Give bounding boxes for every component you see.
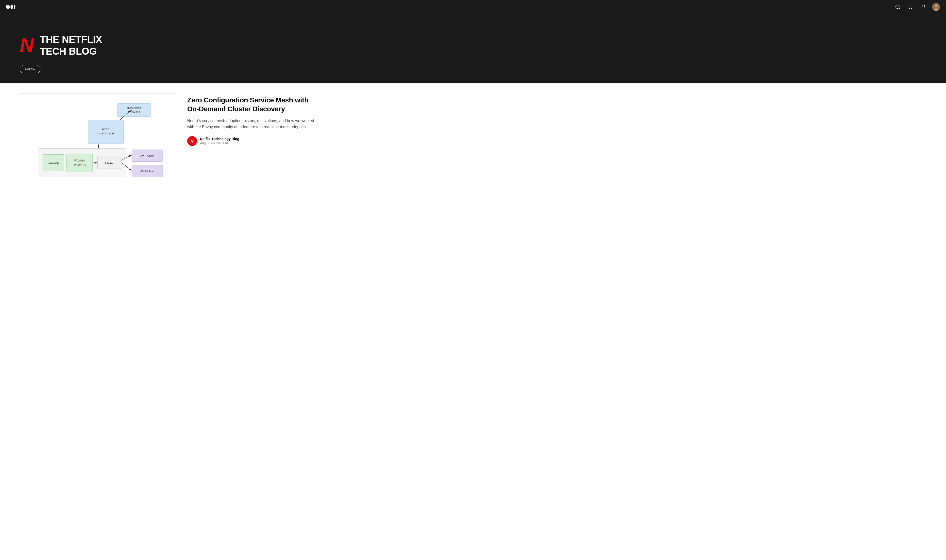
svg-text:for SVIP A: for SVIP A: [128, 111, 140, 114]
svg-rect-20: [66, 154, 93, 172]
svg-text:for SVIP A: for SVIP A: [73, 163, 86, 166]
svg-rect-8: [117, 103, 151, 117]
search-button[interactable]: [894, 3, 902, 11]
author-avatar-icon: N: [189, 138, 196, 145]
blog-title-line1: THE NETFLIX: [40, 34, 102, 45]
article-thumbnail[interactable]: cluster hosts for SVIP A Mesh control pl…: [20, 93, 177, 183]
svg-point-6: [935, 5, 938, 8]
author-row: N Netflix Technology Blog Aug 30 · 9 min…: [187, 136, 315, 146]
svg-point-2: [14, 5, 15, 9]
svg-point-0: [6, 5, 10, 9]
svg-text:IPC client: IPC client: [74, 159, 85, 162]
notification-button[interactable]: [920, 3, 927, 11]
content-area: cluster hosts for SVIP A Mesh control pl…: [0, 83, 946, 193]
author-meta: Netflix Technology Blog Aug 30 · 9 min r…: [200, 137, 239, 145]
svg-text:SVIP A host: SVIP A host: [140, 154, 154, 157]
bell-icon: [921, 4, 926, 9]
search-icon: [895, 4, 900, 9]
netflix-n-logo: N: [20, 35, 34, 55]
avatar-image: [932, 3, 940, 11]
bookmark-icon: [908, 4, 913, 9]
logo-area: [6, 4, 16, 10]
bookmark-button[interactable]: [907, 3, 915, 11]
architecture-diagram: cluster hosts for SVIP A Mesh control pl…: [25, 98, 172, 177]
svg-line-4: [899, 8, 900, 9]
medium-logo-icon: [6, 4, 16, 10]
svg-text:SVIP A host: SVIP A host: [140, 170, 154, 173]
hero-banner: N THE NETFLIX TECH BLOG Follow: [0, 14, 946, 83]
top-nav: [0, 0, 946, 14]
author-date: Aug 30 · 9 min read: [200, 141, 239, 145]
svg-text:control plane: control plane: [97, 132, 114, 135]
follow-button[interactable]: Follow: [20, 65, 40, 73]
blog-title: THE NETFLIX TECH BLOG: [40, 34, 102, 57]
article-subtitle: Netflix's service mesh adoption: history…: [187, 118, 315, 130]
author-avatar[interactable]: N: [187, 136, 197, 146]
article-info: Zero Configuration Service Mesh with On-…: [187, 93, 315, 146]
author-name[interactable]: Netflix Technology Blog: [200, 137, 239, 141]
user-avatar[interactable]: [932, 3, 940, 11]
nav-icons: [894, 3, 940, 11]
svg-text:Envoy: Envoy: [105, 162, 113, 165]
blog-header: N THE NETFLIX TECH BLOG: [20, 34, 926, 57]
svg-text:Mesh: Mesh: [102, 128, 109, 131]
svg-text:cluster hosts: cluster hosts: [127, 106, 141, 109]
svg-point-1: [10, 5, 13, 9]
article-card: cluster hosts for SVIP A Mesh control pl…: [20, 93, 315, 183]
article-title[interactable]: Zero Configuration Service Mesh with On-…: [187, 96, 315, 114]
blog-title-line2: TECH BLOG: [40, 45, 102, 57]
svg-text:Java app: Java app: [48, 162, 59, 165]
svg-text:N: N: [191, 139, 194, 143]
